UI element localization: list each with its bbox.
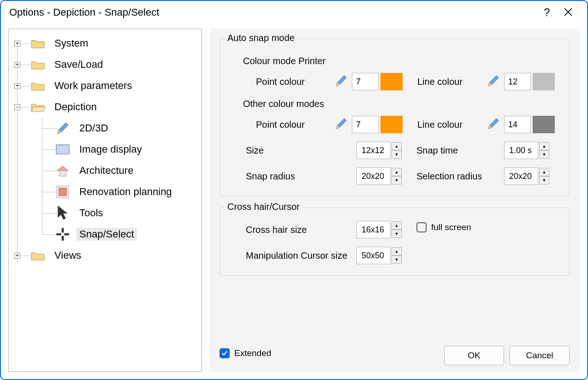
- collapse-icon[interactable]: −: [14, 104, 20, 110]
- tree-item-views[interactable]: + Views: [12, 245, 199, 266]
- selection-radius-label: Selection radius: [416, 171, 504, 182]
- tree-label: Views: [52, 249, 84, 262]
- point-colour-label: Point colour: [256, 77, 334, 87]
- spin-up-icon[interactable]: ▲: [392, 168, 402, 176]
- pick-colour-icon[interactable]: [334, 117, 348, 133]
- options-dialog: Options - Depiction - Snap/Select ? + Sy…: [0, 0, 588, 380]
- tree-label: Depiction: [52, 101, 100, 113]
- snap-radius-input[interactable]: [356, 167, 391, 185]
- group-title: Cross hair/Cursor: [225, 202, 303, 212]
- size-spinner[interactable]: ▲▼: [356, 142, 402, 159]
- ok-button[interactable]: OK: [444, 346, 504, 365]
- expand-icon[interactable]: +: [14, 62, 20, 68]
- auto-snap-group: Auto snap mode Colour mode Printer Point…: [220, 39, 570, 196]
- other-line-swatch[interactable]: [533, 116, 555, 133]
- expand-icon[interactable]: +: [14, 253, 20, 259]
- manip-cursor-spinner[interactable]: ▲▼: [356, 247, 402, 264]
- snap-time-spinner[interactable]: ▲▼: [504, 142, 549, 159]
- spin-up-icon[interactable]: ▲: [392, 221, 402, 230]
- spin-up-icon[interactable]: ▲: [539, 168, 549, 176]
- spin-down-icon[interactable]: ▼: [392, 176, 402, 184]
- size-input[interactable]: [356, 142, 391, 159]
- spin-down-icon[interactable]: ▼: [539, 176, 549, 184]
- renovation-icon: [55, 184, 70, 199]
- spin-down-icon[interactable]: ▼: [539, 150, 549, 159]
- printer-point-swatch[interactable]: [380, 73, 403, 90]
- group-title: Auto snap mode: [225, 33, 297, 43]
- expand-icon[interactable]: +: [14, 41, 20, 47]
- full-screen-checkbox[interactable]: [416, 222, 427, 232]
- folder-icon: [30, 57, 45, 72]
- tree-item-architecture[interactable]: Architecture: [12, 160, 199, 181]
- tree-item-image-display[interactable]: Image display: [12, 139, 199, 160]
- svg-rect-1: [59, 171, 66, 176]
- pick-colour-icon[interactable]: [487, 74, 500, 90]
- snap-radius-spinner[interactable]: ▲▼: [356, 167, 402, 185]
- tree-item-system[interactable]: + System: [12, 33, 199, 54]
- spin-up-icon[interactable]: ▲: [392, 142, 402, 150]
- extended-checkbox[interactable]: [220, 348, 230, 358]
- selection-radius-input[interactable]: [504, 167, 538, 185]
- line-colour-label: Line colour: [417, 77, 487, 87]
- cancel-button[interactable]: Cancel: [510, 346, 570, 365]
- dialog-footer: Extended OK Cancel: [220, 340, 570, 365]
- other-line-colour-input[interactable]: [504, 116, 531, 133]
- printer-line-colour-input[interactable]: [504, 73, 531, 90]
- snap-time-input[interactable]: [504, 142, 538, 159]
- svg-rect-3: [59, 188, 66, 196]
- line-colour-label: Line colour: [417, 119, 487, 130]
- spin-down-icon[interactable]: ▼: [392, 150, 402, 159]
- cross-hair-label: Cross hair size: [246, 225, 356, 235]
- expand-icon[interactable]: +: [14, 83, 20, 89]
- house-icon: [55, 163, 70, 178]
- point-colour-label: Point colour: [256, 119, 334, 130]
- spin-up-icon[interactable]: ▲: [392, 247, 402, 255]
- spin-down-icon[interactable]: ▼: [392, 230, 402, 238]
- crosshair-icon: [55, 227, 70, 242]
- close-icon[interactable]: [558, 6, 579, 19]
- titlebar: Options - Depiction - Snap/Select ?: [1, 1, 587, 24]
- cursor-group: Cross hair/Cursor Cross hair size ▲▼ ful…: [220, 208, 570, 276]
- tree-item-tools[interactable]: Tools: [12, 202, 199, 224]
- tree-label: Renovation planning: [77, 185, 175, 198]
- cross-hair-input[interactable]: [356, 221, 391, 238]
- manip-cursor-input[interactable]: [356, 247, 391, 264]
- spin-up-icon[interactable]: ▲: [539, 142, 549, 150]
- size-label: Size: [246, 145, 356, 156]
- other-point-swatch[interactable]: [380, 116, 403, 133]
- tree-item-save-load[interactable]: + Save/Load: [12, 54, 199, 75]
- tree-label: Image display: [77, 143, 145, 156]
- tree-label: Save/Load: [52, 58, 106, 71]
- full-screen-label: full screen: [431, 222, 471, 232]
- printer-line-swatch[interactable]: [533, 73, 555, 90]
- other-modes-heading: Other colour modes: [243, 99, 559, 109]
- cursor-icon: [55, 206, 70, 220]
- pick-colour-icon[interactable]: [487, 117, 500, 133]
- cross-hair-spinner[interactable]: ▲▼: [356, 221, 402, 238]
- extended-label: Extended: [234, 348, 271, 358]
- nav-tree: + System + Save/Load +: [8, 29, 202, 372]
- tree-item-depiction[interactable]: − Depiction: [12, 96, 199, 118]
- snap-time-label: Snap time: [416, 145, 504, 156]
- printer-mode-heading: Colour mode Printer: [243, 56, 559, 66]
- svg-rect-0: [56, 145, 69, 154]
- pick-colour-icon[interactable]: [334, 74, 348, 90]
- image-display-icon: [55, 142, 70, 157]
- tree-item-renovation[interactable]: Renovation planning: [12, 181, 199, 202]
- help-icon[interactable]: ?: [536, 6, 558, 19]
- window-title: Options - Depiction - Snap/Select: [9, 6, 536, 18]
- tree-label: Work parameters: [52, 79, 135, 92]
- manip-cursor-label: Manipulation Cursor size: [246, 250, 356, 261]
- tree-label: System: [52, 37, 91, 50]
- selection-radius-spinner[interactable]: ▲▼: [504, 167, 549, 185]
- folder-icon: [30, 78, 45, 93]
- spin-down-icon[interactable]: ▼: [392, 255, 402, 264]
- printer-point-colour-input[interactable]: [352, 73, 379, 90]
- tree-item-snap-select[interactable]: Snap/Select: [12, 224, 199, 245]
- tree-item-work-parameters[interactable]: + Work parameters: [12, 75, 199, 96]
- tree-label: 2D/3D: [77, 122, 111, 135]
- tree-item-2d3d[interactable]: 2D/3D: [12, 118, 199, 139]
- content-panel: Auto snap mode Colour mode Printer Point…: [209, 29, 580, 372]
- other-point-colour-input[interactable]: [352, 116, 379, 133]
- folder-open-icon: [30, 100, 45, 114]
